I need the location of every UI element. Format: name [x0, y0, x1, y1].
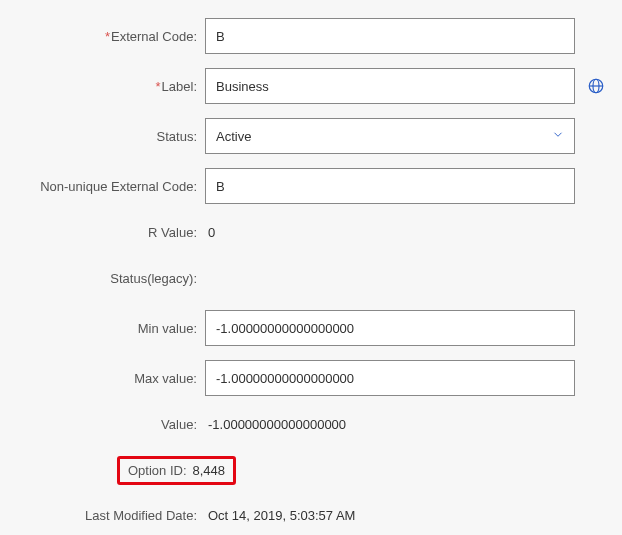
- option-id-text: 8,448: [193, 463, 226, 478]
- row-max-value: Max value:: [10, 360, 612, 396]
- row-external-code: *External Code:: [10, 18, 612, 54]
- row-status: Status:: [10, 118, 612, 154]
- required-asterisk: *: [156, 79, 161, 94]
- label-option-id: Option ID:: [128, 463, 187, 478]
- min-value-input[interactable]: [205, 310, 575, 346]
- option-id-highlight: Option ID: 8,448: [117, 456, 236, 485]
- label-external-code: *External Code:: [10, 29, 205, 44]
- label-min-value: Min value:: [10, 321, 205, 336]
- row-min-value: Min value:: [10, 310, 612, 346]
- external-code-input[interactable]: [205, 18, 575, 54]
- last-modified-text: Oct 14, 2019, 5:03:57 AM: [205, 508, 355, 523]
- status-select-value[interactable]: [205, 118, 575, 154]
- status-select[interactable]: [205, 118, 575, 154]
- label-last-modified: Last Modified Date:: [10, 508, 205, 523]
- label-status-legacy: Status(legacy):: [10, 271, 205, 286]
- label-value: Value:: [10, 417, 205, 432]
- r-value-text: 0: [205, 225, 215, 240]
- globe-icon[interactable]: [587, 77, 605, 95]
- label-text: Label:: [162, 79, 197, 94]
- label-r-value: R Value:: [10, 225, 205, 240]
- max-value-input[interactable]: [205, 360, 575, 396]
- label-nonunique-external-code: Non-unique External Code:: [10, 179, 205, 194]
- row-r-value: R Value: 0: [10, 218, 612, 246]
- nonunique-external-code-input[interactable]: [205, 168, 575, 204]
- row-last-modified: Last Modified Date: Oct 14, 2019, 5:03:5…: [10, 501, 612, 529]
- row-label: *Label:: [10, 68, 612, 104]
- label-status: Status:: [10, 129, 205, 144]
- value-text: -1.00000000000000000: [205, 417, 346, 432]
- row-nonunique-external-code: Non-unique External Code:: [10, 168, 612, 204]
- form-container: *External Code: *Label: Status:: [10, 18, 612, 529]
- row-value: Value: -1.00000000000000000: [10, 410, 612, 438]
- label-label: *Label:: [10, 79, 205, 94]
- label-input[interactable]: [205, 68, 575, 104]
- row-status-legacy: Status(legacy):: [10, 264, 612, 292]
- label-text: External Code:: [111, 29, 197, 44]
- label-max-value: Max value:: [10, 371, 205, 386]
- required-asterisk: *: [105, 29, 110, 44]
- row-option-id: Option ID: 8,448: [10, 456, 612, 485]
